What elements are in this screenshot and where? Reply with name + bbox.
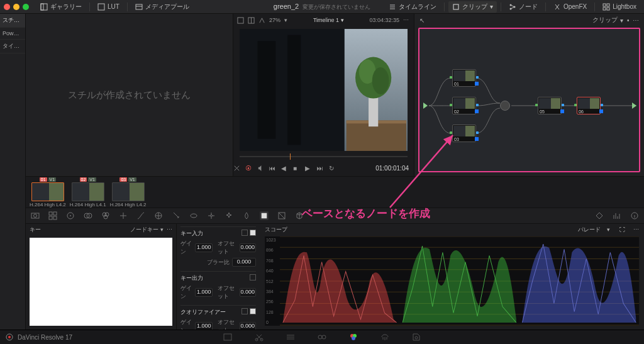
fx-icon: [553, 3, 561, 11]
color-checker-icon[interactable]: [48, 211, 57, 220]
qual-mask-icon[interactable]: [250, 308, 256, 314]
stop-icon[interactable]: ■: [293, 165, 300, 172]
next-clip-icon[interactable]: ⏭: [317, 165, 324, 172]
qual-invert-icon[interactable]: [242, 308, 248, 314]
reverse-icon[interactable]: ◀: [281, 165, 288, 172]
highlight-icon[interactable]: [258, 17, 265, 24]
color-page-icon[interactable]: [348, 332, 358, 342]
clip-thumb-1[interactable]: 01V1H.264 High L4.2: [30, 177, 66, 208]
tab-stills[interactable]: スチ…: [0, 14, 25, 28]
scope-mode[interactable]: パレード: [578, 226, 601, 234]
node-06[interactable]: 06: [577, 97, 601, 114]
window-icon[interactable]: [189, 211, 198, 220]
nodes-button[interactable]: ノード: [505, 1, 541, 13]
key-in-blur[interactable]: 0.000: [232, 258, 256, 267]
clip-thumb-3[interactable]: 03V1H.264 High L4.2: [110, 177, 147, 208]
unmix-icon[interactable]: [233, 165, 240, 172]
out-invert-icon[interactable]: [250, 274, 256, 280]
key-out-offset[interactable]: 0.000: [240, 288, 256, 297]
tracking-icon[interactable]: [207, 211, 216, 220]
clip-thumb-2[interactable]: 02V1H.264 High L4.1: [70, 177, 106, 208]
timeline-dropdown[interactable]: Timeline 1: [313, 17, 339, 23]
key-in-offset[interactable]: 0.000: [240, 243, 256, 252]
node-graph-area[interactable]: 01 02 03 05 06: [418, 28, 640, 172]
lut-button[interactable]: LUT: [94, 2, 123, 12]
chevron-down-icon[interactable]: ▾: [284, 17, 287, 23]
play-icon[interactable]: ▶: [305, 165, 312, 172]
chevron-down-icon: ▾: [490, 3, 493, 10]
play-timecode: 01:00:01:04: [375, 165, 414, 172]
color-warper-icon[interactable]: [154, 211, 163, 220]
key-icon[interactable]: [260, 211, 269, 220]
fusion-page-icon[interactable]: [317, 332, 327, 342]
window-controls[interactable]: [4, 4, 29, 10]
tab-powergrade[interactable]: Pow…: [0, 28, 25, 40]
motion-effects-icon[interactable]: [119, 211, 128, 220]
node-02[interactable]: 02: [452, 97, 476, 114]
stills-panel: スチルが作成されていません: [26, 14, 233, 176]
hdr-wheels-icon[interactable]: [84, 211, 92, 220]
parallel-mixer-icon[interactable]: [500, 101, 510, 111]
prev-clip-icon[interactable]: ⏮: [269, 165, 276, 172]
page-tabs: DaVinci Resolve 17: [0, 330, 644, 344]
fairlight-page-icon[interactable]: [380, 332, 390, 342]
curves-icon[interactable]: [136, 211, 145, 220]
zoom-value[interactable]: 27%: [269, 17, 280, 23]
image-wipe-icon[interactable]: [237, 17, 244, 24]
minimize-icon[interactable]: [13, 4, 19, 10]
pointer-icon[interactable]: ↖: [419, 17, 425, 24]
svg-rect-18: [258, 41, 276, 138]
keyframes-icon[interactable]: [595, 211, 604, 220]
media-page-icon[interactable]: [223, 332, 233, 342]
lightbox-button[interactable]: Lightbox: [599, 2, 640, 12]
svg-point-61: [318, 335, 322, 339]
nodes-icon: [509, 3, 516, 11]
node-03[interactable]: 03: [452, 125, 476, 142]
mediapool-button[interactable]: メディアプール: [131, 1, 193, 13]
color-wheels-icon[interactable]: [66, 211, 75, 220]
mute-icon[interactable]: [257, 165, 264, 172]
timeline-button[interactable]: タイムライン: [385, 1, 440, 13]
rgb-mixer-icon[interactable]: [101, 211, 110, 220]
key-preview-image: [30, 238, 172, 326]
bypass-icon[interactable]: ⦿: [245, 165, 252, 172]
deliver-page-icon[interactable]: [411, 332, 421, 342]
matte-invert-icon[interactable]: [242, 230, 248, 236]
viewer-image[interactable]: [240, 29, 408, 151]
blur-icon[interactable]: [242, 211, 251, 220]
left-tab-column: スチ… Pow… タイ…: [0, 14, 26, 330]
node-graph-title[interactable]: クリップ: [592, 16, 618, 25]
matte-mask-icon[interactable]: [250, 230, 256, 236]
node-01[interactable]: 01: [452, 69, 476, 87]
info-icon[interactable]: [630, 211, 639, 220]
camera-raw-icon[interactable]: [31, 211, 40, 220]
svg-point-65: [352, 336, 355, 340]
sizing-icon[interactable]: [277, 211, 286, 220]
magic-mask-icon[interactable]: [225, 211, 233, 220]
edit-page-icon[interactable]: [286, 332, 296, 342]
qualifier-icon[interactable]: [172, 211, 180, 220]
split-icon[interactable]: [248, 17, 255, 24]
clip-button[interactable]: クリップ▾: [448, 1, 497, 13]
loop-icon[interactable]: ↻: [329, 165, 336, 172]
cut-page-icon[interactable]: [254, 332, 264, 342]
key-out-gain[interactable]: 1.000: [195, 288, 213, 297]
close-icon[interactable]: [4, 4, 10, 10]
parade-scope[interactable]: 10238967686405123842561280: [265, 236, 639, 326]
tab-timeline[interactable]: タイ…: [0, 40, 25, 53]
zoom-icon[interactable]: [23, 4, 29, 10]
key-in-gain[interactable]: 1.000: [195, 243, 213, 252]
key-mode[interactable]: ノードキー: [130, 226, 158, 233]
lut-icon: [97, 3, 105, 11]
transport-controls: ⦿ ⏮ ◀ ■ ▶ ⏭ ↻ 01:00:01:04: [233, 160, 414, 176]
scopes-icon[interactable]: [613, 211, 621, 220]
3d-icon[interactable]: [295, 211, 304, 220]
options-icon[interactable]: ⋯: [403, 17, 410, 24]
gallery-button[interactable]: ギャラリー: [36, 1, 86, 13]
svg-rect-9: [603, 4, 606, 6]
openfx-button[interactable]: OpenFX: [550, 2, 591, 12]
node-05[interactable]: 05: [538, 97, 562, 114]
playhead[interactable]: [290, 153, 291, 160]
expand-icon[interactable]: ⛶: [619, 226, 625, 233]
svg-rect-1: [41, 4, 43, 10]
